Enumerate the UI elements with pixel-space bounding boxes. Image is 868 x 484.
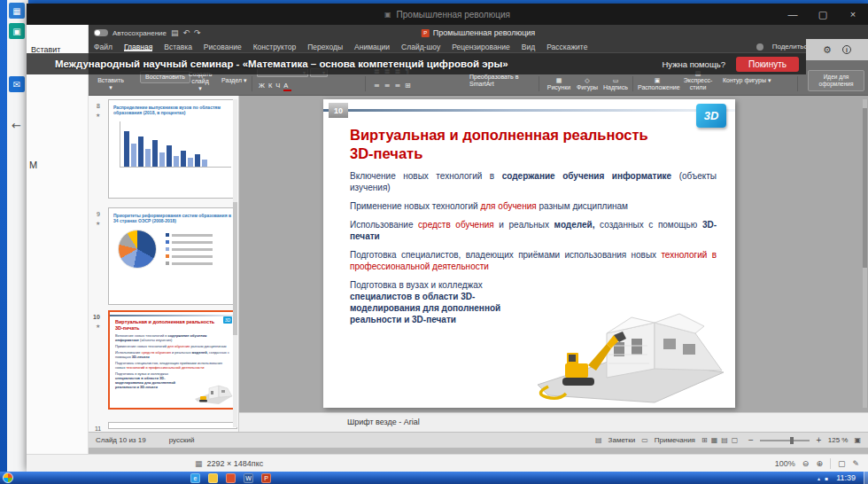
ribbon-tab-Слайд-шоу[interactable]: Слайд-шоу	[401, 43, 440, 51]
taskbar-app-2[interactable]	[208, 473, 218, 483]
viewer-titlebar[interactable]: ▣ Промышленная революция — ▢ ×	[27, 4, 868, 25]
ribbon-tab-Вставка[interactable]: Вставка	[164, 43, 192, 51]
tray-expand-icon[interactable]: ▴	[818, 475, 820, 481]
zoom-slider[interactable]	[760, 440, 810, 441]
house-3d-print-image	[522, 300, 730, 404]
chart-bar	[152, 140, 158, 167]
shape-outline-button[interactable]: Контур фигуры ▾	[723, 77, 771, 84]
notes-toggle-button[interactable]: Заметки	[608, 436, 636, 444]
chart-bar	[181, 151, 186, 167]
taskbar-app-3[interactable]	[226, 473, 236, 483]
zoom-in-icon[interactable]: ⊕	[816, 459, 823, 468]
taskbar-app-4[interactable]: W	[244, 473, 253, 483]
autosave-toggle[interactable]	[94, 29, 108, 36]
font-format-buttons[interactable]: ЖКЧА	[259, 82, 291, 90]
ribbon-tab-Вид[interactable]: Вид	[522, 43, 535, 51]
thumb9-title: Приоритеты реформирования систем образов…	[113, 213, 232, 223]
close-button[interactable]: ×	[838, 4, 868, 25]
slide-9-thumbnail[interactable]: Приоритеты реформирования систем образов…	[108, 207, 237, 305]
redo-icon[interactable]: ↷	[194, 28, 201, 37]
thumb10-title-line2: 3D-печать	[115, 325, 230, 332]
slide-number-box: 10	[329, 103, 348, 118]
legend-swatch	[166, 254, 169, 258]
view-mode-buttons[interactable]: ⊞▦▤▢	[701, 436, 741, 444]
pictures-button[interactable]: ▦Рисунки	[546, 77, 572, 91]
slide-bullet: Использование средств обучения и реальны…	[115, 350, 230, 359]
slide-bullet: Подготовка в вузах и колледжах специалис…	[115, 371, 179, 389]
maximize-button[interactable]: ▢	[808, 4, 838, 25]
ribbon-tab-Переходы[interactable]: Переходы	[307, 43, 343, 51]
chart-bar	[167, 145, 172, 167]
slide-11-thumbnail[interactable]	[108, 422, 237, 429]
meeting-controls: ⚙ i	[806, 39, 868, 60]
scrollbar-thumb[interactable]	[863, 108, 867, 268]
ribbon-tab-Файл[interactable]: Файл	[94, 43, 112, 51]
font-color-button[interactable]: А	[283, 82, 291, 91]
ribbon-tab-Конструктор[interactable]: Конструктор	[253, 43, 296, 51]
underline-button[interactable]: Ч	[275, 82, 283, 90]
app-icon[interactable]: ▦	[9, 3, 25, 19]
smartart-button[interactable]: Преобразовать в SmartArt	[469, 74, 531, 88]
paste-button[interactable]: Вставить▾	[90, 77, 131, 91]
language-indicator[interactable]: русский	[169, 436, 195, 444]
tray-network-icon[interactable]: ▪	[825, 475, 828, 481]
start-button[interactable]	[3, 472, 13, 483]
editing-scrollbar[interactable]	[863, 99, 867, 408]
align-buttons[interactable]: ≡≡≡⊞	[374, 82, 415, 90]
back-arrow-icon[interactable]: ←	[12, 119, 21, 132]
need-help-link[interactable]: Нужна помощь?	[662, 59, 725, 69]
taskbar-clock[interactable]: 11:39	[836, 473, 856, 482]
shapes-button[interactable]: ◇Фигуры	[574, 77, 601, 91]
slide-bullet: Подготовка специалистов, владеющих приём…	[115, 361, 230, 370]
minimize-button[interactable]: —	[778, 4, 808, 25]
save-icon[interactable]: ▤	[171, 28, 179, 37]
ribbon-tab-Рисование[interactable]: Рисование	[204, 43, 242, 51]
bold-button[interactable]: Ж	[259, 82, 268, 90]
legend-swatch	[166, 233, 169, 237]
thumbnail-scrollbar[interactable]	[233, 99, 237, 427]
slide-canvas[interactable]: 10 3D Виртуальная и дополненная реальнос…	[323, 99, 735, 408]
taskbar-app-1[interactable]: e	[190, 473, 200, 483]
slide-number: 11	[95, 425, 101, 432]
slide-8-thumbnail[interactable]: Распределение выпускников вузов по облас…	[108, 99, 237, 199]
arrange-button[interactable]: ▣Расположение	[638, 77, 677, 91]
fullscreen-icon[interactable]: ▢	[838, 459, 846, 468]
thumb10-title-line1: Виртуальная и дополненная реальность	[115, 319, 230, 325]
textbox-button[interactable]: ▭Надпись	[602, 77, 629, 91]
windows-taskbar: eWP ▴ ▪ 11:39	[0, 472, 868, 484]
comments-toggle-button[interactable]: Примечания	[655, 436, 695, 444]
leave-meeting-button[interactable]: Покинуть	[736, 57, 799, 72]
info-icon[interactable]: i	[842, 45, 851, 54]
zoom-out-button[interactable]: −	[748, 436, 754, 444]
app-icon[interactable]: ▣	[9, 23, 25, 39]
slide-accent-bar	[323, 109, 735, 112]
ribbon-tab-Рецензирование[interactable]: Рецензирование	[452, 43, 510, 51]
mail-icon[interactable]: ✉	[9, 76, 25, 92]
edit-icon[interactable]: ✎	[852, 459, 859, 468]
ribbon-separator	[632, 76, 633, 91]
notes-pane[interactable]: Шрифт везде - Arial	[239, 412, 868, 432]
zoom-level[interactable]: 125 %	[828, 436, 849, 444]
legend-label	[172, 262, 213, 265]
separator	[830, 458, 831, 469]
fit-slide-icon[interactable]: ▣	[854, 436, 861, 444]
viewer-zoom-level[interactable]: 100%	[775, 459, 795, 468]
zoom-slider-thumb[interactable]	[790, 437, 794, 444]
gear-icon[interactable]: ⚙	[823, 44, 832, 56]
chart-bar	[145, 149, 151, 167]
zoom-in-button[interactable]: +	[816, 436, 822, 444]
ribbon-tab-Анимации[interactable]: Анимации	[354, 43, 390, 51]
slide-10-thumbnail[interactable]: 3D Виртуальная и дополненная реальность …	[108, 310, 237, 410]
ribbon-tab-Главная[interactable]: Главная	[124, 43, 152, 51]
undo-icon[interactable]: ↶	[183, 28, 190, 37]
scrollbar-thumb[interactable]	[233, 202, 237, 335]
avatar[interactable]	[756, 43, 763, 51]
taskbar-app-5[interactable]: P	[261, 473, 271, 483]
zoom-out-icon[interactable]: ⊖	[802, 459, 810, 468]
show-desktop-button[interactable]	[864, 472, 868, 484]
design-ideas-button[interactable]: Идеи для оформления	[808, 70, 864, 91]
ribbon-tab-Расскажите[interactable]: Расскажите	[546, 43, 587, 51]
notes-icon: ▤	[595, 436, 602, 444]
document-text: М	[29, 160, 37, 170]
section-button[interactable]: Раздел ▾	[221, 77, 247, 84]
